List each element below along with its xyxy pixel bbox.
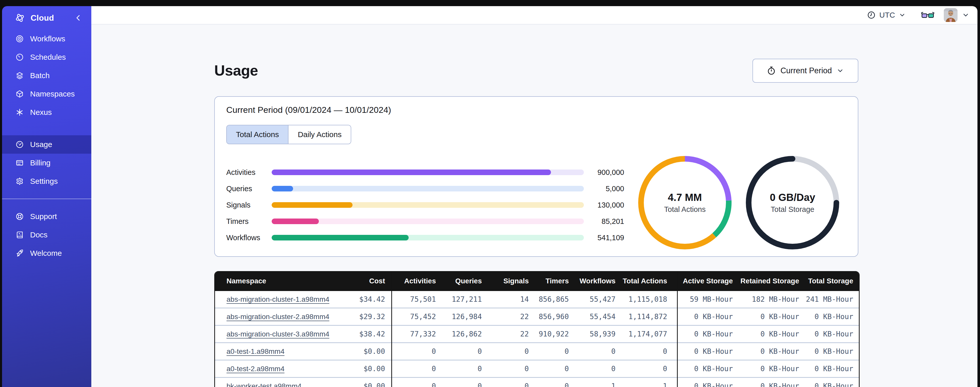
- donut-center: 4.7 MMTotal Actions: [636, 154, 733, 251]
- usage-card: Current Period (09/01/2024 — 10/01/2024)…: [214, 96, 858, 257]
- sidebar-item-usage[interactable]: Usage: [2, 135, 91, 154]
- sidebar-item-namespaces[interactable]: Namespaces: [2, 85, 91, 103]
- chevron-down-icon: [836, 67, 844, 75]
- bar-track: [272, 219, 584, 224]
- namespace-link[interactable]: abs-migration-cluster-2.a98mm4: [226, 313, 329, 321]
- cell-total-actions: 0: [620, 343, 677, 360]
- cell-workflows: 0: [574, 343, 620, 360]
- column-header-signals: Signals: [487, 271, 534, 291]
- cell-total-storage: 0 KB-Hour: [804, 343, 860, 360]
- namespace-usage-table: NamespaceCostActivitiesQueriesSignalsTim…: [214, 271, 860, 387]
- sidebar-item-billing[interactable]: Billing: [2, 154, 91, 172]
- cell-workflows: 58,939: [574, 325, 620, 343]
- cell-active-storage: 0 KB-Hour: [677, 377, 738, 387]
- sidebar-item-welcome[interactable]: Welcome: [2, 244, 91, 262]
- sidebar-item-label: Settings: [30, 177, 58, 186]
- cell-cost: $0.00: [358, 360, 391, 377]
- donut-center: 0 GB/DayTotal Storage: [744, 154, 841, 251]
- bar-row: Queries5,000: [226, 181, 624, 197]
- cell-cost: $0.00: [358, 343, 391, 360]
- sidebar-collapse-icon[interactable]: [74, 14, 83, 22]
- donut-total-storage: 0 GB/DayTotal Storage: [744, 154, 841, 251]
- sidebar-item-label: Welcome: [30, 249, 62, 257]
- namespaces-icon: [15, 90, 24, 98]
- cell-total-actions: 0: [620, 360, 677, 377]
- cell-activities: 75,501: [391, 291, 441, 308]
- sidebar-nav: WorkflowsSchedulesBatchNamespacesNexusUs…: [2, 30, 91, 262]
- column-header-namespace: Namespace: [215, 271, 358, 291]
- donut-value: 4.7 MM: [668, 192, 702, 203]
- sidebar-item-label: Nexus: [30, 108, 52, 117]
- bar-label: Timers: [226, 217, 272, 225]
- cell-queries: 0: [441, 360, 487, 377]
- bar-value: 5,000: [584, 185, 624, 193]
- table-row: a0-test-1.a98mm4$0.000000000 KB-Hour0 KB…: [215, 343, 860, 360]
- temporal-logo-icon: [15, 13, 25, 23]
- sidebar-item-nexus[interactable]: Nexus: [2, 103, 91, 122]
- sidebar-item-schedules[interactable]: Schedules: [2, 48, 91, 66]
- cell-activities: 75,452: [391, 308, 441, 325]
- timezone-selector[interactable]: UTC: [867, 10, 906, 20]
- bar-row: Timers85,201: [226, 213, 624, 229]
- welcome-icon: [15, 249, 24, 257]
- sidebar-item-label: Support: [30, 212, 57, 221]
- topbar: UTC: [91, 6, 977, 24]
- nav-section: WorkflowsSchedulesBatchNamespacesNexus: [2, 30, 91, 122]
- cell-active-storage: 0 KB-Hour: [677, 325, 738, 343]
- actions-bar-chart: Activities900,000Queries5,000Signals130,…: [226, 164, 624, 246]
- labs-glasses-icon[interactable]: [921, 11, 935, 19]
- sidebar-item-settings[interactable]: Settings: [2, 172, 91, 190]
- sidebar-item-batch[interactable]: Batch: [2, 66, 91, 85]
- main-column: UTC Usage Current Period Current Period …: [91, 6, 977, 387]
- cell-cost: $34.42: [358, 291, 391, 308]
- cell-activities: 0: [391, 360, 441, 377]
- namespace-link[interactable]: abs-migration-cluster-1.a98mm4: [226, 295, 329, 303]
- actions-tab-group: Total ActionsDaily Actions: [226, 125, 351, 144]
- cell-namespace: a0-test-1.a98mm4: [215, 343, 358, 360]
- sidebar-item-docs[interactable]: Docs: [2, 225, 91, 244]
- sidebar-item-support[interactable]: Support: [2, 207, 91, 225]
- sidebar-item-label: Usage: [30, 140, 52, 149]
- cell-timers: 856,960: [534, 308, 574, 325]
- cell-workflows: 0: [574, 360, 620, 377]
- column-header-timers: Timers: [534, 271, 574, 291]
- namespace-link[interactable]: bk-worker-test.a98mm4: [226, 382, 302, 387]
- docs-icon: [15, 230, 24, 239]
- cell-timers: 0: [534, 343, 574, 360]
- schedules-icon: [15, 53, 24, 62]
- namespace-link[interactable]: abs-migration-cluster-3.a98mm4: [226, 330, 329, 338]
- sidebar-item-label: Schedules: [30, 53, 66, 62]
- cell-total-actions: 1,114,872: [620, 308, 677, 325]
- cell-active-storage: 0 KB-Hour: [677, 343, 738, 360]
- cell-retained-storage: 182 MB-Hour: [738, 291, 804, 308]
- sidebar-item-label: Namespaces: [30, 90, 75, 98]
- user-avatar[interactable]: [944, 8, 958, 22]
- tab-total-actions[interactable]: Total Actions: [227, 125, 288, 144]
- column-header-activities: Activities: [391, 271, 441, 291]
- content-area: Usage Current Period Current Period (09/…: [91, 24, 977, 387]
- bar-track: [272, 202, 584, 208]
- workflows-icon: [15, 34, 24, 43]
- cell-total-storage: 0 KB-Hour: [804, 308, 860, 325]
- sidebar-item-label: Batch: [30, 71, 50, 80]
- table-row: a0-test-2.a98mm4$0.000000000 KB-Hour0 KB…: [215, 360, 860, 377]
- batch-icon: [15, 71, 24, 80]
- period-selector-button[interactable]: Current Period: [752, 59, 858, 83]
- sidebar-brand[interactable]: Cloud: [2, 6, 91, 30]
- sidebar-item-workflows[interactable]: Workflows: [2, 30, 91, 48]
- page-title: Usage: [214, 62, 258, 79]
- cell-workflows: 55,454: [574, 308, 620, 325]
- sidebar-divider: [2, 198, 91, 199]
- cell-cost: $29.32: [358, 308, 391, 325]
- bar-fill: [272, 186, 293, 192]
- bar-track: [272, 170, 584, 175]
- cell-signals: 0: [487, 360, 534, 377]
- timezone-label: UTC: [879, 11, 895, 19]
- cell-retained-storage: 0 KB-Hour: [738, 343, 804, 360]
- namespace-link[interactable]: a0-test-1.a98mm4: [226, 347, 285, 355]
- column-header-active-storage: Active Storage: [677, 271, 738, 291]
- namespace-link[interactable]: a0-test-2.a98mm4: [226, 365, 285, 373]
- tab-daily-actions[interactable]: Daily Actions: [288, 125, 351, 144]
- user-menu-chevron-icon[interactable]: [962, 11, 970, 19]
- cell-activities: 0: [391, 377, 441, 387]
